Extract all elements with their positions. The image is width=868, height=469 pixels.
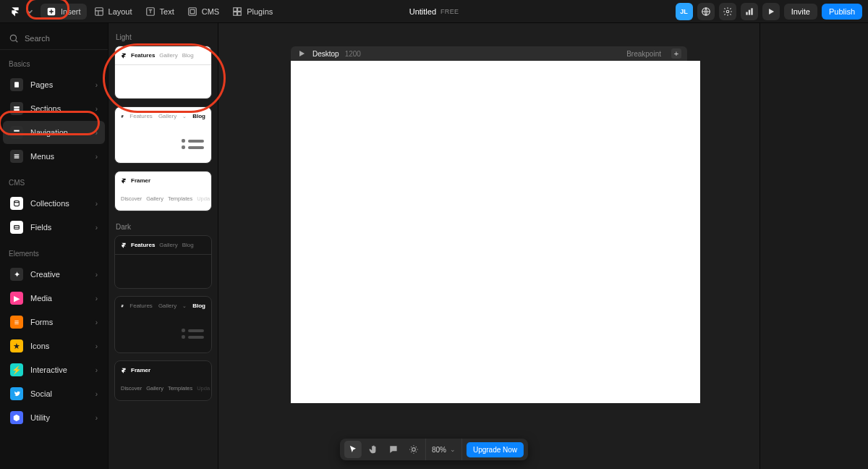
framer-logo-icon bbox=[121, 114, 124, 119]
sidebar-item-sections[interactable]: Sections › bbox=[3, 97, 105, 120]
user-avatar[interactable]: JL bbox=[676, 3, 693, 20]
chevron-down-icon bbox=[25, 7, 35, 17]
svg-rect-7 bbox=[234, 12, 237, 15]
framer-logo-icon bbox=[121, 303, 124, 309]
skeleton-row bbox=[182, 139, 204, 143]
sidebar-item-forms[interactable]: ≡ Forms › bbox=[3, 310, 105, 334]
svg-rect-12 bbox=[748, 9, 749, 14]
chevron-right-icon: › bbox=[95, 318, 98, 326]
svg-point-21 bbox=[412, 448, 416, 452]
toolbar-plugins[interactable]: Plugins bbox=[226, 4, 278, 20]
nav-link: Features bbox=[131, 52, 155, 59]
preview-button[interactable] bbox=[762, 3, 780, 20]
nav-preset-light-2[interactable]: Features Gallery⌄ Blog bbox=[114, 106, 212, 164]
globe-icon bbox=[701, 7, 711, 17]
text-icon bbox=[145, 7, 156, 17]
plugins-icon bbox=[232, 7, 242, 17]
nav-tab: Templates bbox=[168, 195, 192, 202]
page-icon bbox=[10, 78, 23, 91]
analytics-button[interactable] bbox=[741, 3, 758, 20]
sidebar-item-creative[interactable]: ✦ Creative › bbox=[3, 263, 105, 286]
nav-tab: Upda bbox=[197, 385, 210, 392]
breakpoint-label: Breakpoint bbox=[626, 50, 661, 58]
app-menu[interactable] bbox=[6, 4, 39, 20]
zoom-control[interactable]: 80% ⌄ bbox=[425, 439, 462, 460]
chevron-right-icon: › bbox=[95, 342, 98, 350]
nav-preset-light-3[interactable]: Framer Discover Gallery Templates Upda bbox=[114, 171, 212, 211]
sidebar-item-navigation[interactable]: Navigation › bbox=[3, 121, 105, 144]
nav-preset-dark-3[interactable]: Framer Discover Gallery Templates Upda bbox=[114, 360, 212, 401]
nav-tab: Gallery bbox=[146, 385, 163, 392]
media-icon: ▶ bbox=[10, 292, 23, 305]
sidebar-item-fields[interactable]: Fields › bbox=[3, 216, 105, 239]
toolbar-layout[interactable]: Layout bbox=[88, 4, 138, 20]
nav-brand: Framer bbox=[131, 177, 150, 184]
framer-logo-icon bbox=[121, 178, 127, 184]
pan-tool[interactable] bbox=[365, 441, 382, 458]
settings-button[interactable] bbox=[719, 3, 736, 20]
chevron-right-icon: › bbox=[95, 366, 98, 374]
sidebar-item-menus[interactable]: Menus › bbox=[3, 145, 105, 168]
toolbar-layout-label: Layout bbox=[109, 7, 132, 16]
publish-button[interactable]: Publish bbox=[822, 4, 862, 20]
document-title-group[interactable]: Untitled FREE bbox=[409, 7, 459, 16]
toolbar-cms[interactable]: CMS bbox=[182, 4, 225, 20]
select-tool[interactable] bbox=[344, 441, 362, 458]
sidebar-item-label: Pages bbox=[30, 80, 53, 89]
nav-link: Blog bbox=[182, 242, 194, 248]
nav-link: Gallery bbox=[158, 303, 176, 309]
sidebar-item-pages[interactable]: Pages › bbox=[3, 73, 105, 96]
invite-button[interactable]: Invite bbox=[784, 4, 817, 20]
forms-icon: ≡ bbox=[10, 316, 23, 329]
sidebar-item-media[interactable]: ▶ Media › bbox=[3, 287, 105, 310]
chevron-down-icon: ⌄ bbox=[182, 303, 187, 309]
nav-preset-dark-1[interactable]: Features Gallery Blog bbox=[114, 235, 212, 289]
upgrade-button[interactable]: Upgrade Now bbox=[467, 442, 524, 457]
sidebar-item-label: Navigation bbox=[30, 128, 68, 137]
sidebar-item-icons[interactable]: ★ Icons › bbox=[3, 334, 105, 358]
sidebar-item-collections[interactable]: Collections › bbox=[3, 192, 105, 215]
canvas[interactable]: Desktop 1200 Breakpoint + bbox=[218, 23, 760, 469]
canvas-toolbar: 80% ⌄ Upgrade Now bbox=[340, 439, 528, 460]
comment-icon bbox=[388, 444, 399, 455]
nav-tab: Templates bbox=[168, 385, 192, 392]
fields-icon bbox=[10, 221, 23, 234]
svg-rect-17 bbox=[14, 109, 20, 111]
sidebar-item-label: Utility bbox=[30, 413, 50, 422]
skeleton-row bbox=[182, 335, 204, 339]
sidebar-item-social[interactable]: Social › bbox=[3, 382, 105, 405]
nav-link: Features bbox=[129, 113, 153, 119]
svg-rect-18 bbox=[14, 130, 20, 132]
chevron-right-icon: › bbox=[95, 81, 98, 89]
frame-header[interactable]: Desktop 1200 Breakpoint + bbox=[291, 46, 687, 61]
search-icon bbox=[9, 33, 19, 43]
sidebar-item-interactive[interactable]: ⚡ Interactive › bbox=[3, 358, 105, 381]
nav-brand: Framer bbox=[131, 367, 150, 373]
svg-rect-3 bbox=[188, 7, 196, 15]
icons-icon: ★ bbox=[10, 339, 23, 352]
svg-point-19 bbox=[14, 200, 20, 203]
nav-preset-light-1[interactable]: Features Gallery Blog bbox=[114, 46, 212, 99]
top-toolbar-left: Insert Layout Text CMS Plugins bbox=[6, 4, 278, 20]
components-dark-label: Dark bbox=[114, 219, 212, 235]
toolbar-text[interactable]: Text bbox=[140, 4, 180, 20]
framer-logo-icon bbox=[10, 7, 20, 17]
nav-preset-dark-2[interactable]: Features Gallery⌄ Blog bbox=[114, 296, 212, 353]
sidebar-item-label: Icons bbox=[30, 342, 49, 350]
svg-rect-13 bbox=[751, 8, 752, 14]
sidebar-item-label: Menus bbox=[30, 152, 54, 161]
search-input[interactable]: Search bbox=[0, 28, 108, 50]
frame-canvas[interactable] bbox=[291, 61, 700, 403]
play-icon bbox=[766, 7, 776, 17]
toolbar-insert[interactable]: Insert bbox=[41, 4, 87, 20]
nav-link: Gallery bbox=[158, 113, 176, 119]
toolbar-text-label: Text bbox=[160, 7, 174, 16]
components-panel: Light Features Gallery Blog Features Gal… bbox=[109, 23, 218, 469]
layout-icon bbox=[94, 7, 104, 17]
comment-tool[interactable] bbox=[385, 441, 402, 458]
add-breakpoint-button[interactable]: + bbox=[671, 48, 681, 59]
theme-toggle[interactable] bbox=[405, 441, 422, 458]
globe-button[interactable] bbox=[697, 3, 715, 20]
nav-link: Features bbox=[131, 242, 155, 248]
sidebar-item-utility[interactable]: ⬢ Utility › bbox=[3, 406, 105, 429]
